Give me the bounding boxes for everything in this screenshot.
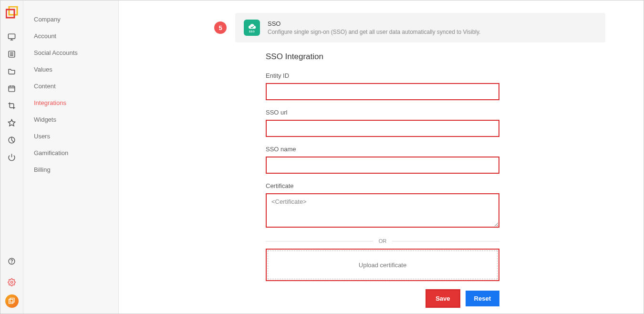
sidebar-item-users[interactable]: Users	[23, 128, 118, 145]
section-title: SSO Integration	[266, 52, 499, 62]
sso-step-card: SSO SSO Configure single sign-on (SSO) a…	[235, 13, 605, 42]
upload-certificate-label: Upload certificate	[359, 262, 406, 269]
upload-certificate-dropzone[interactable]: Upload certificate	[266, 249, 499, 281]
main-content: 5 SSO SSO Configure single sign-on (SSO)…	[119, 0, 644, 314]
sidebar-item-values[interactable]: Values	[23, 61, 118, 78]
sso-name-label: SSO name	[266, 146, 499, 153]
svg-marker-13	[8, 119, 15, 126]
svg-rect-19	[10, 298, 14, 303]
sidebar-item-gamification[interactable]: Gamification	[23, 145, 118, 161]
svg-point-17	[11, 262, 12, 263]
sso-cloud-icon: SSO	[244, 20, 260, 36]
certificate-label: Certificate	[266, 182, 499, 189]
svg-rect-0	[9, 7, 17, 15]
sidebar-item-social-accounts[interactable]: Social Accounts	[23, 44, 118, 61]
step-title: SSO	[268, 20, 480, 27]
pie-icon[interactable]	[0, 131, 23, 148]
sidebar-item-account[interactable]: Account	[23, 28, 118, 44]
save-button[interactable]: Save	[427, 291, 458, 306]
crop-icon[interactable]	[0, 97, 23, 114]
sso-name-input[interactable]	[266, 157, 499, 174]
app-logo[interactable]	[6, 6, 18, 19]
folder-icon[interactable]	[0, 63, 23, 80]
sidebar-item-company[interactable]: Company	[23, 11, 118, 28]
or-label: OR	[379, 238, 387, 244]
sso-url-input[interactable]	[266, 120, 499, 137]
avatar[interactable]	[5, 294, 19, 308]
svg-rect-1	[6, 10, 14, 18]
svg-point-18	[10, 281, 12, 283]
or-separator: OR	[266, 238, 499, 244]
sidebar-item-content[interactable]: Content	[23, 78, 118, 94]
certificate-textarea[interactable]	[266, 193, 499, 228]
reset-button[interactable]: Reset	[466, 291, 499, 306]
settings-icon[interactable]	[0, 273, 23, 291]
sidebar-item-widgets[interactable]: Widgets	[23, 111, 118, 128]
sidebar-item-billing[interactable]: Billing	[23, 161, 118, 178]
settings-sidebar: Company Account Social Accounts Values C…	[23, 0, 119, 314]
sso-url-label: SSO url	[266, 109, 499, 116]
svg-rect-9	[9, 86, 15, 91]
calendar-icon[interactable]	[0, 80, 23, 97]
entity-id-input[interactable]	[266, 83, 499, 100]
svg-rect-20	[9, 299, 13, 304]
svg-rect-2	[8, 34, 15, 39]
entity-id-label: Entity ID	[266, 72, 499, 79]
monitor-icon[interactable]	[0, 28, 23, 45]
icon-rail	[0, 0, 23, 314]
list-icon[interactable]	[0, 45, 23, 63]
power-icon[interactable]	[0, 148, 23, 166]
sidebar-item-integrations[interactable]: Integrations	[23, 94, 118, 111]
step-description: Configure single sign-on (SSO) and get a…	[268, 29, 480, 35]
step-number-badge: 5	[214, 21, 227, 34]
star-icon[interactable]	[0, 114, 23, 131]
help-icon[interactable]	[0, 252, 23, 270]
